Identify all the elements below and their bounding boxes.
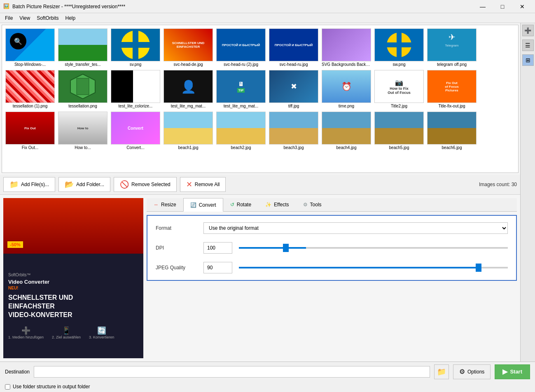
format-label: Format — [156, 225, 197, 231]
file-name: beach3.jpg — [284, 145, 304, 150]
file-name: test_lite_mg_mat... — [171, 104, 206, 108]
file-name: Fix Out... — [22, 145, 39, 150]
start-button[interactable]: ▶ Start — [495, 364, 530, 379]
menu-file[interactable]: File — [2, 14, 16, 22]
list-item[interactable]: 🖥 TIP test_lite_mg_mat... — [215, 68, 267, 110]
tab-effects[interactable]: ✨ Effects — [258, 198, 296, 211]
thumbnail: ⏰ — [322, 70, 371, 103]
list-item[interactable]: SVG Backgrounds Background coll... — [320, 27, 373, 68]
list-item[interactable]: beach6.jpg — [425, 110, 478, 152]
list-item[interactable]: style_transfer_tes... — [56, 27, 109, 68]
add-folder-icon: 📂 — [65, 180, 74, 189]
add-files-label: Add File(s)... — [21, 182, 49, 187]
menu-view[interactable]: View — [16, 14, 33, 22]
jpeg-quality-row: JPEG Quality — [156, 262, 508, 273]
remove-all-button[interactable]: ✕ Remove All — [180, 177, 226, 192]
thumbnail — [111, 28, 160, 61]
sidebar-btn-3[interactable]: ⊞ — [522, 54, 534, 66]
list-item[interactable]: ✖ tiff.jpg — [267, 68, 320, 110]
add-folder-label: Add Folder... — [76, 182, 104, 187]
list-item[interactable]: 📷 How to FixOut of Focus Title2.jpg — [373, 68, 425, 110]
list-item[interactable]: Fix Outof FocusPictures Title-fix-out.jp… — [425, 68, 478, 110]
menu-softorbits[interactable]: SoftOrbits — [33, 14, 62, 22]
sidebar-btn-2[interactable]: ☰ — [522, 40, 534, 51]
thumbnail: 🖥 TIP — [216, 70, 266, 103]
folder-structure-label: Use folder structure in output folder — [13, 384, 90, 390]
title-bar: 🖼️ Batch Picture Resizer - ****Unregiste… — [0, 0, 535, 13]
list-item[interactable]: tessellation (1).png — [4, 68, 56, 110]
thumbnail: Fix Out — [5, 112, 55, 145]
thumbnail — [58, 70, 107, 103]
tab-rotate[interactable]: ↺ Rotate — [223, 198, 258, 211]
dpi-slider-container — [239, 247, 508, 249]
list-item[interactable]: beach5.jpg — [373, 110, 425, 152]
list-item[interactable]: test_lite_colorize... — [109, 68, 162, 110]
list-item[interactable]: beach4.jpg — [320, 110, 373, 152]
list-item[interactable]: tessellation.png — [56, 68, 109, 110]
gallery-area[interactable]: 🔍 Stop-Windows-... style_transfer_tes... — [2, 25, 519, 173]
rotate-icon: ↺ — [230, 202, 234, 208]
list-item[interactable]: beach2.jpg — [215, 110, 267, 152]
file-name: Convert... — [126, 145, 144, 150]
convert-icon: 🔄 — [190, 202, 196, 208]
list-item[interactable]: 👤 test_lite_mg_mat... — [162, 68, 215, 110]
list-item[interactable]: ПРОСТОЙ И БЫСТРЫЙ svc-head-ru.jpg — [267, 27, 320, 68]
dpi-label: DPI — [156, 245, 197, 251]
start-label: Start — [510, 369, 522, 375]
sidebar-btn-1[interactable]: ➕ — [522, 25, 534, 36]
sidebar-right: ➕ ☰ ⊞ — [520, 23, 535, 362]
dpi-row: DPI — [156, 242, 508, 254]
tab-tools-label: Tools — [310, 202, 322, 208]
file-name: svc-head-ru.jpg — [280, 62, 308, 67]
folder-structure-checkbox[interactable] — [5, 384, 10, 390]
add-files-button[interactable]: 📁 Add File(s)... — [3, 177, 55, 192]
thumbnail — [374, 112, 424, 145]
list-item[interactable]: ⏰ time.png — [320, 68, 373, 110]
minimize-button[interactable]: — — [473, 0, 492, 13]
list-item[interactable]: How to How to... — [56, 110, 109, 152]
jpeg-label: JPEG Quality — [156, 265, 197, 271]
remove-selected-icon: 🚫 — [120, 180, 129, 189]
list-item[interactable]: beach1.jpg — [162, 110, 215, 152]
add-folder-button[interactable]: 📂 Add Folder... — [58, 177, 110, 192]
format-select[interactable]: Use the original format JPEG PNG BMP TIF… — [203, 222, 508, 234]
list-item[interactable]: ✈ Telegram telegram off.png — [425, 27, 478, 68]
tab-tools[interactable]: ⚙ Tools — [296, 198, 329, 211]
file-name: beach2.jpg — [231, 145, 251, 150]
file-name: Title2.jpg — [391, 104, 407, 108]
menu-help[interactable]: Help — [62, 14, 79, 22]
list-item[interactable]: sv.png — [109, 27, 162, 68]
effects-icon: ✨ — [265, 202, 271, 208]
list-item[interactable]: Fix Out Fix Out... — [4, 110, 56, 152]
dpi-input[interactable] — [203, 242, 232, 254]
app-icon: 🖼️ — [3, 3, 10, 10]
thumbnail: 📷 How to FixOut of Focus — [374, 70, 424, 103]
close-button[interactable]: ✕ — [513, 0, 532, 13]
remove-all-icon: ✕ — [186, 180, 192, 189]
tab-resize[interactable]: ↔ Resize — [147, 198, 183, 211]
thumbnail: Fix Outof FocusPictures — [427, 70, 477, 103]
destination-input[interactable] — [34, 366, 430, 378]
file-name: beach1.jpg — [178, 145, 199, 150]
maximize-button[interactable]: □ — [493, 0, 512, 13]
list-item[interactable]: ПРОСТОЙ И БЫСТРЫЙ svc-head-ru (2).jpg — [215, 27, 267, 68]
options-button[interactable]: ⚙ Options — [453, 364, 491, 379]
file-name: test_lite_mg_mat... — [224, 104, 258, 108]
browse-destination-button[interactable]: 📁 — [434, 364, 449, 379]
list-item[interactable]: sw.png — [373, 27, 425, 68]
list-item[interactable]: 🔍 Stop-Windows-... — [4, 27, 56, 68]
thumbnail: How to — [58, 112, 107, 145]
jpeg-input[interactable] — [203, 262, 232, 273]
tab-effects-label: Effects — [274, 202, 289, 208]
remove-selected-button[interactable]: 🚫 Remove Selected — [114, 177, 177, 192]
jpeg-slider[interactable] — [239, 267, 508, 268]
list-item[interactable]: beach3.jpg — [267, 110, 320, 152]
list-item[interactable]: SCHNELLSTER UND EINFACHSTER svc-head-de.… — [162, 27, 215, 68]
svg-marker-1 — [77, 78, 89, 95]
thumbnail — [58, 28, 107, 61]
dpi-slider[interactable] — [239, 247, 508, 249]
tab-convert[interactable]: 🔄 Convert — [183, 198, 223, 212]
list-item[interactable]: Convert Convert... — [109, 110, 162, 152]
thumbnail — [269, 112, 318, 145]
destination-label: Destination — [5, 369, 30, 375]
